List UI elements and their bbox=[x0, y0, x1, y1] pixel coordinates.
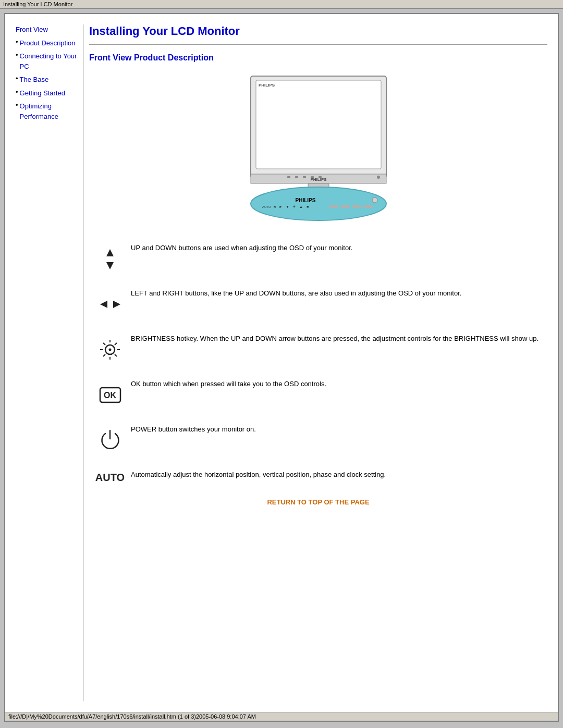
svg-point-11 bbox=[251, 187, 386, 220]
monitor-image: PHILIPS PHILIPS bbox=[89, 71, 547, 227]
title-bar: Installing Your LCD Monitor bbox=[0, 0, 563, 9]
feature-icon-power bbox=[89, 424, 131, 455]
brightness-icon bbox=[96, 336, 125, 364]
divider bbox=[89, 44, 547, 45]
svg-rect-8 bbox=[319, 176, 322, 178]
bullet-icon: • bbox=[16, 75, 18, 82]
feature-text-ok: OK button which when pressed will take y… bbox=[131, 379, 547, 389]
svg-marker-28 bbox=[100, 301, 107, 308]
status-bar-text: file:///D|/My%20Documents/dfu/A7/english… bbox=[8, 713, 256, 720]
feature-row-ok: OK OK button which when pressed will tak… bbox=[89, 379, 547, 410]
product-description-link[interactable]: Produt Description bbox=[20, 38, 76, 48]
svg-text:▼: ▼ bbox=[286, 205, 289, 208]
auto-text-label: AUTO bbox=[95, 472, 125, 484]
feature-row-auto: AUTO Automatically adjust the horizontal… bbox=[89, 470, 547, 484]
monitor-svg: PHILIPS PHILIPS bbox=[219, 71, 418, 227]
sidebar-item-optimizing-performance[interactable]: • Optimizing Performance bbox=[16, 101, 78, 122]
return-to-top-link[interactable]: RETURN TO TOP OF THE PAGE bbox=[267, 498, 369, 506]
browser-window: Front View • Produt Description • Connec… bbox=[4, 13, 559, 722]
svg-line-37 bbox=[115, 343, 117, 345]
feature-icon-updown bbox=[89, 243, 131, 274]
sidebar-item-connecting[interactable]: • Connecting to Your PC bbox=[16, 51, 78, 72]
feature-row-updown: UP and DOWN buttons are used when adjust… bbox=[89, 243, 547, 274]
feature-icon-leftright bbox=[89, 288, 131, 319]
svg-rect-14 bbox=[329, 205, 338, 208]
svg-text:►: ► bbox=[279, 205, 283, 208]
svg-point-9 bbox=[377, 176, 380, 179]
feature-text-updown: UP and DOWN buttons are used when adjust… bbox=[131, 243, 547, 253]
svg-text:OK: OK bbox=[104, 391, 116, 400]
svg-point-39 bbox=[108, 349, 111, 351]
svg-line-36 bbox=[115, 354, 117, 356]
svg-rect-7 bbox=[311, 176, 314, 178]
bullet-icon: • bbox=[16, 38, 18, 46]
svg-line-38 bbox=[103, 354, 105, 356]
svg-marker-27 bbox=[106, 262, 114, 269]
connecting-link[interactable]: Connecting to Your PC bbox=[20, 51, 78, 71]
sidebar-item-front-view[interactable]: Front View bbox=[16, 24, 78, 36]
status-bar: file:///D|/My%20Documents/dfu/A7/english… bbox=[5, 712, 558, 721]
feature-row-leftright: LEFT and RIGHT buttons, like the UP and … bbox=[89, 288, 547, 319]
up-down-arrows-icon bbox=[96, 245, 125, 274]
main-content: Installing Your LCD Monitor Front View P… bbox=[83, 24, 547, 701]
svg-text:▲: ▲ bbox=[299, 205, 303, 208]
sidebar-item-product-description[interactable]: • Produt Description bbox=[16, 38, 78, 50]
svg-marker-26 bbox=[106, 249, 114, 256]
getting-started-link[interactable]: Getting Started bbox=[20, 88, 65, 98]
svg-rect-1 bbox=[256, 80, 381, 169]
svg-text:■: ■ bbox=[307, 205, 309, 208]
feature-icon-brightness bbox=[89, 334, 131, 364]
sidebar-item-getting-started[interactable]: • Getting Started bbox=[16, 88, 78, 100]
ok-button-icon: OK bbox=[96, 381, 125, 410]
bullet-icon: • bbox=[16, 88, 18, 96]
left-right-arrows-icon bbox=[96, 290, 125, 319]
bullet-icon: • bbox=[16, 51, 18, 59]
power-button-icon bbox=[96, 426, 125, 455]
feature-text-brightness: BRIGHTNESS hotkey. When the UP and DOWN … bbox=[131, 334, 547, 344]
feature-icon-auto: AUTO bbox=[89, 470, 131, 484]
svg-rect-16 bbox=[352, 205, 361, 208]
sidebar: Front View • Produt Description • Connec… bbox=[16, 24, 83, 701]
svg-rect-5 bbox=[295, 176, 298, 178]
front-view-link[interactable]: Front View bbox=[16, 24, 48, 35]
svg-text:AUTO: AUTO bbox=[262, 205, 271, 208]
section-title: Front View Product Description bbox=[89, 53, 547, 63]
features-table: UP and DOWN buttons are used when adjust… bbox=[89, 243, 547, 484]
svg-line-35 bbox=[103, 343, 105, 345]
feature-text-leftright: LEFT and RIGHT buttons, like the UP and … bbox=[131, 288, 547, 299]
svg-marker-29 bbox=[113, 301, 120, 308]
svg-rect-4 bbox=[287, 176, 290, 178]
feature-icon-ok: OK bbox=[89, 379, 131, 410]
optimizing-performance-link[interactable]: Optimizing Performance bbox=[20, 101, 78, 121]
feature-row-brightness: BRIGHTNESS hotkey. When the UP and DOWN … bbox=[89, 334, 547, 364]
svg-text:☀: ☀ bbox=[292, 205, 296, 208]
svg-text:◄: ◄ bbox=[273, 205, 276, 208]
page-title: Installing Your LCD Monitor bbox=[89, 24, 547, 38]
sidebar-item-the-base[interactable]: • The Base bbox=[16, 75, 78, 86]
the-base-link[interactable]: The Base bbox=[20, 75, 49, 85]
return-link-container[interactable]: RETURN TO TOP OF THE PAGE bbox=[89, 498, 547, 506]
feature-text-auto: Automatically adjust the horizontal posi… bbox=[131, 470, 547, 480]
svg-point-13 bbox=[372, 198, 377, 203]
title-bar-text: Installing Your LCD Monitor bbox=[3, 1, 72, 7]
bullet-icon: • bbox=[16, 101, 18, 109]
content-area: Front View • Produt Description • Connec… bbox=[5, 14, 558, 712]
feature-row-power: POWER button switches your monitor on. bbox=[89, 424, 547, 455]
feature-text-power: POWER button switches your monitor on. bbox=[131, 424, 547, 435]
svg-text:PHILIPS: PHILIPS bbox=[259, 83, 275, 88]
svg-rect-17 bbox=[363, 205, 373, 208]
svg-rect-15 bbox=[340, 205, 350, 208]
svg-text:PHILIPS: PHILIPS bbox=[295, 198, 315, 203]
svg-rect-6 bbox=[303, 176, 306, 178]
